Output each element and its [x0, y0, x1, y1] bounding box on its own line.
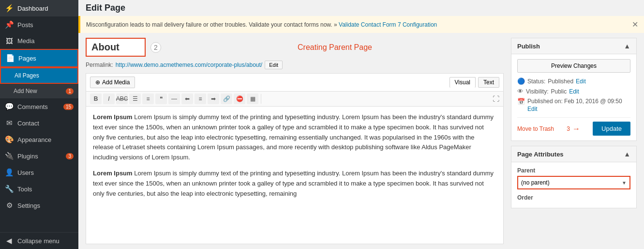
collapse-menu[interactable]: ◀ Collapse menu	[0, 232, 78, 249]
settings-icon: ⚙	[5, 201, 14, 210]
status-icon: 🔵	[517, 78, 525, 85]
sidebar-item-comments[interactable]: 💬 Comments 15	[0, 98, 78, 115]
page-title: Edit Page	[86, 3, 125, 13]
title-input-wrapper	[86, 38, 146, 57]
sidebar-item-users[interactable]: 👤 Users	[0, 164, 78, 181]
dashboard-icon: ⚡	[5, 4, 14, 13]
tab-visual[interactable]: Visual	[449, 77, 476, 88]
sidebar-item-pages[interactable]: 📄 Pages	[0, 49, 78, 67]
move-trash-link[interactable]: Move to Trash	[517, 125, 554, 132]
editor-content[interactable]: Lorem Ipsum Lorem Ipsum is simply dummy …	[86, 107, 503, 244]
title-row: 2 Creating Parent Page	[86, 38, 504, 57]
title-input[interactable]	[87, 39, 145, 56]
sidebar-item-plugins[interactable]: 🔌 Plugins 3	[0, 148, 78, 164]
contact-icon: ✉	[5, 119, 14, 127]
status-row: 🔵 Status: Published Edit	[517, 78, 630, 85]
arrow-right-icon: →	[572, 124, 580, 133]
align-center-button[interactable]: ≡	[195, 93, 206, 104]
blockquote-button[interactable]: ❝	[155, 93, 167, 104]
visibility-row: 👁 Visibility: Public Edit	[517, 88, 630, 95]
strikethrough-button[interactable]: ABC	[116, 93, 128, 104]
right-panel: Publish ▲ Preview Changes 🔵 Status: Publ…	[511, 38, 637, 244]
plus-icon: ⊕	[95, 79, 100, 86]
toolbar-separator	[261, 94, 261, 104]
editor-top-bar: ⊕ Add Media Visual Text	[86, 74, 503, 92]
parent-select-container: (no parent) About Home Contact	[518, 177, 629, 188]
publish-panel-header: Publish ▲	[511, 38, 636, 54]
view-tabs: Visual Text	[449, 77, 499, 88]
visibility-value: Public	[551, 88, 567, 95]
order-label: Order	[517, 194, 630, 201]
trash-update-row: Move to Trash 3 → Update	[517, 117, 630, 136]
page-attributes-panel: Page Attributes ▲ Parent (no parent) Abo…	[511, 146, 637, 208]
content-area: 2 Creating Parent Page Permalink: http:/…	[78, 33, 644, 249]
status-value: Published	[548, 78, 573, 85]
plugins-icon: 🔌	[5, 152, 14, 160]
sidebar-item-contact[interactable]: ✉ Contact	[0, 115, 78, 131]
publish-toggle-icon[interactable]: ▲	[624, 42, 630, 50]
close-icon[interactable]: ✕	[632, 20, 638, 29]
content-paragraph-2: Lorem Ipsum Lorem Ipsum is simply dummy …	[93, 169, 496, 199]
step3-indicator: 3 →	[567, 124, 580, 133]
media-icon: 🖼	[5, 37, 14, 45]
hr-button[interactable]: —	[168, 93, 180, 104]
parent-select-wrapper: (no parent) About Home Contact	[517, 176, 630, 189]
sidebar-item-tools[interactable]: 🔧 Tools	[0, 181, 78, 197]
published-date-row: 📅 Published on: Feb 10, 2016 @ 09:50 Edi…	[517, 98, 630, 112]
sidebar-item-add-new[interactable]: Add New 1	[0, 84, 78, 98]
unlink-button[interactable]: ⛔	[234, 93, 245, 104]
notice-link[interactable]: Validate Contact Form 7 Configuration	[339, 21, 437, 28]
permalink-edit-button[interactable]: Edit	[265, 61, 283, 69]
preview-changes-button[interactable]: Preview Changes	[517, 59, 630, 73]
add-media-button[interactable]: ⊕ Add Media	[90, 77, 135, 88]
bullet-list-button[interactable]: ☰	[129, 93, 141, 104]
update-button[interactable]: Update	[593, 122, 630, 136]
main-content: Edit Page Misconfiguration leads to mail…	[78, 0, 644, 249]
link-button[interactable]: 🔗	[221, 93, 232, 104]
sidebar-item-posts[interactable]: 📌 Posts	[0, 16, 78, 33]
publish-panel: Publish ▲ Preview Changes 🔵 Status: Publ…	[511, 38, 637, 141]
published-date: Feb 10, 2016 @ 09:50	[564, 98, 622, 105]
permalink-row: Permalink: http://www.demo.acmethemes.co…	[86, 61, 504, 69]
columns-button[interactable]: ▦	[247, 93, 258, 104]
editor-box: ⊕ Add Media Visual Text B I ABC ☰ ≡ ❝	[86, 73, 504, 244]
page-title-bar: Edit Page	[78, 0, 644, 16]
italic-button[interactable]: I	[103, 93, 115, 104]
sidebar-item-appearance[interactable]: 🎨 Appearance	[0, 131, 78, 148]
tab-text[interactable]: Text	[478, 77, 499, 88]
pages-icon: 📄	[6, 54, 15, 62]
visibility-icon: 👁	[517, 88, 524, 95]
sidebar-item-dashboard[interactable]: ⚡ Dashboard	[0, 0, 78, 16]
parent-select[interactable]: (no parent) About Home Contact	[518, 177, 629, 188]
sidebar-item-all-pages[interactable]: All Pages	[0, 67, 78, 84]
appearance-icon: 🎨	[5, 135, 14, 144]
creating-parent-text: Creating Parent Page	[166, 43, 504, 52]
sidebar: ⚡ Dashboard 📌 Posts 🖼 Media 📄 Pages All …	[0, 0, 78, 249]
attributes-toggle-icon[interactable]: ▲	[624, 150, 630, 158]
editor-toolbar: B I ABC ☰ ≡ ❝ — ⬅ ≡ ➡ 🔗 ⛔ ▦ ⛶	[86, 92, 503, 107]
content-paragraph-1: Lorem Ipsum Lorem Ipsum is simply dummy …	[93, 112, 496, 163]
posts-icon: 📌	[5, 20, 14, 29]
sidebar-item-settings[interactable]: ⚙ Settings	[0, 197, 78, 214]
numbered-list-button[interactable]: ≡	[142, 93, 154, 104]
users-icon: 👤	[5, 168, 14, 177]
align-left-button[interactable]: ⬅	[181, 93, 193, 104]
comments-icon: 💬	[5, 102, 14, 111]
publish-panel-body: Preview Changes 🔵 Status: Published Edit…	[511, 54, 636, 140]
page-attributes-body: Parent (no parent) About Home Contact Or…	[511, 162, 636, 208]
bold-button[interactable]: B	[90, 93, 102, 104]
status-edit-link[interactable]: Edit	[576, 78, 586, 85]
published-date-edit-link[interactable]: Edit	[527, 106, 622, 112]
sidebar-item-media[interactable]: 🖼 Media	[0, 33, 78, 49]
tools-icon: 🔧	[5, 185, 14, 193]
expand-icon[interactable]: ⛶	[493, 95, 499, 103]
step2-badge: 2	[150, 42, 161, 53]
notice-bar: Misconfiguration leads to mail delivery …	[78, 16, 644, 33]
calendar-icon: 📅	[517, 98, 525, 105]
permalink-link[interactable]: http://www.demo.acmethemes.com/corporate…	[116, 62, 262, 68]
notice-text: Misconfiguration leads to mail delivery …	[86, 21, 437, 28]
collapse-icon: ◀	[5, 236, 14, 245]
align-right-button[interactable]: ➡	[208, 93, 219, 104]
visibility-edit-link[interactable]: Edit	[569, 88, 579, 95]
parent-label: Parent	[517, 167, 630, 174]
